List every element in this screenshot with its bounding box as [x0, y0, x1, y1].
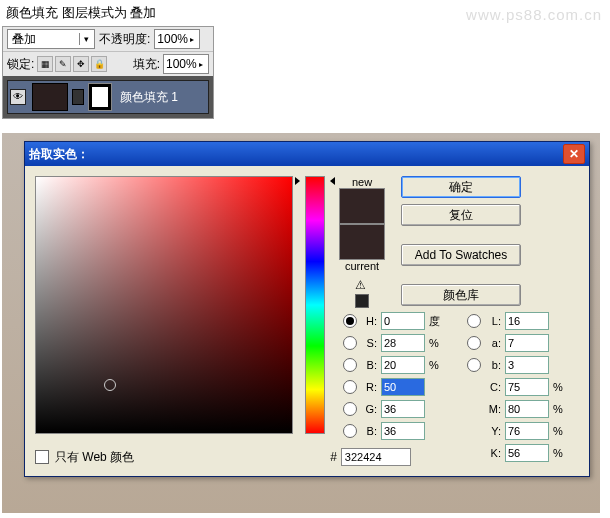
b-radio[interactable]	[343, 424, 357, 438]
r-radio[interactable]	[343, 380, 357, 394]
gamut-warning-icon[interactable]: ⚠	[355, 278, 369, 292]
g-label: G:	[361, 403, 377, 415]
Y-input[interactable]	[505, 422, 549, 440]
watermark: www.ps88.com.cn	[466, 6, 602, 23]
chevron-down-icon: ▾	[79, 33, 92, 45]
h-radio[interactable]	[343, 314, 357, 328]
current-label: current	[345, 260, 379, 272]
layers-panel: 叠加 ▾ 不透明度: 100%▸ 锁定: ▦ ✎ ✥ 🔒 填充: 100%▸ 👁…	[2, 26, 214, 119]
new-color-swatch[interactable]	[339, 188, 385, 224]
C-unit: %	[553, 381, 567, 393]
s-radio[interactable]	[343, 336, 357, 350]
C-input[interactable]	[505, 378, 549, 396]
titlebar[interactable]: 拾取实色： ✕	[25, 142, 589, 166]
a-input[interactable]	[505, 334, 549, 352]
fill-input[interactable]: 100%▸	[163, 54, 209, 74]
M-label: M:	[485, 403, 501, 415]
br-input[interactable]	[381, 356, 425, 374]
sv-cursor	[104, 379, 116, 391]
C-label: C:	[485, 381, 501, 393]
current-color-swatch[interactable]	[339, 224, 385, 260]
background-image: 拾取实色： ✕ new current ⚠ 确定 复位	[2, 133, 600, 513]
add-swatches-button[interactable]: Add To Swatches	[401, 244, 521, 266]
web-only-label: 只有 Web 颜色	[55, 449, 134, 466]
br-unit: %	[429, 359, 443, 371]
close-button[interactable]: ✕	[563, 144, 585, 164]
lock-all-icon[interactable]: 🔒	[91, 56, 107, 72]
b-label: B:	[361, 425, 377, 437]
fill-value: 100%	[166, 57, 197, 71]
s-unit: %	[429, 337, 443, 349]
opacity-input[interactable]: 100%▸	[154, 29, 200, 49]
lock-icons: ▦ ✎ ✥ 🔒	[37, 56, 107, 72]
new-label: new	[352, 176, 372, 188]
L-input[interactable]	[505, 312, 549, 330]
h-input[interactable]	[381, 312, 425, 330]
l-radio[interactable]	[467, 314, 481, 328]
color-picker-dialog: 拾取实色： ✕ new current ⚠ 确定 复位	[24, 141, 590, 477]
br-label: B:	[361, 359, 377, 371]
r-label: R:	[361, 381, 377, 393]
gamut-swatch[interactable]	[355, 294, 369, 308]
visibility-icon[interactable]: 👁	[10, 89, 26, 105]
chevron-right-icon: ▸	[190, 35, 194, 44]
K-input[interactable]	[505, 444, 549, 462]
chevron-right-icon: ▸	[199, 60, 203, 69]
b-input[interactable]	[381, 422, 425, 440]
K-unit: %	[553, 447, 567, 459]
hue-slider[interactable]	[305, 176, 325, 434]
blend-mode-dropdown[interactable]: 叠加 ▾	[7, 29, 95, 49]
mask-thumbnail[interactable]	[88, 83, 112, 111]
hash-label: #	[330, 450, 337, 464]
fill-label: 填充:	[133, 56, 160, 73]
a-label: a:	[485, 337, 501, 349]
reset-button[interactable]: 复位	[401, 204, 521, 226]
s-input[interactable]	[381, 334, 425, 352]
ok-button[interactable]: 确定	[401, 176, 521, 198]
M-input[interactable]	[505, 400, 549, 418]
g-input[interactable]	[381, 400, 425, 418]
lock-move-icon[interactable]: ✥	[73, 56, 89, 72]
layer-row[interactable]: 👁 颜色填充 1	[7, 80, 209, 114]
saturation-value-field[interactable]	[35, 176, 293, 434]
blend-mode-value: 叠加	[12, 31, 36, 48]
Y-label: Y:	[485, 425, 501, 437]
dialog-title: 拾取实色：	[29, 146, 89, 163]
h-unit: 度	[429, 314, 443, 329]
h-label: H:	[361, 315, 377, 327]
opacity-value: 100%	[157, 32, 188, 46]
b2-label: b:	[485, 359, 501, 371]
r-input[interactable]	[381, 378, 425, 396]
color-lib-button[interactable]: 颜色库	[401, 284, 521, 306]
Y-unit: %	[553, 425, 567, 437]
layer-thumbnail[interactable]	[32, 83, 68, 111]
b2-radio[interactable]	[467, 358, 481, 372]
g-radio[interactable]	[343, 402, 357, 416]
K-label: K:	[485, 447, 501, 459]
opacity-label: 不透明度:	[99, 31, 150, 48]
layer-name: 颜色填充 1	[120, 89, 178, 106]
br-radio[interactable]	[343, 358, 357, 372]
s-label: S:	[361, 337, 377, 349]
M-unit: %	[553, 403, 567, 415]
a-radio[interactable]	[467, 336, 481, 350]
link-icon[interactable]	[72, 89, 84, 105]
lock-transparency-icon[interactable]: ▦	[37, 56, 53, 72]
web-only-checkbox[interactable]	[35, 450, 49, 464]
lock-label: 锁定:	[7, 56, 34, 73]
b2-input[interactable]	[505, 356, 549, 374]
lock-paint-icon[interactable]: ✎	[55, 56, 71, 72]
L-label: L:	[485, 315, 501, 327]
